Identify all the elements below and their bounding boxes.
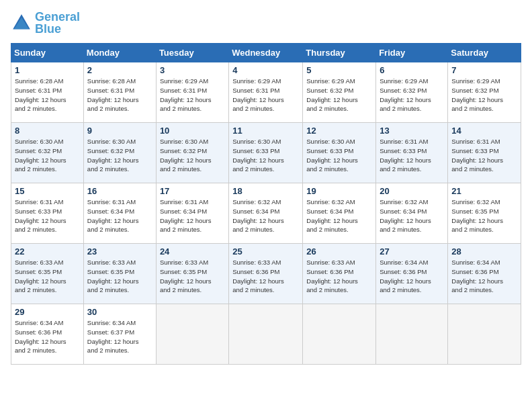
day-info: Sunrise: 6:29 AM Sunset: 6:31 PM Dayligh…: [160, 77, 225, 113]
day-number: 1: [15, 65, 80, 75]
calendar-cell: 22Sunrise: 6:33 AM Sunset: 6:35 PM Dayli…: [11, 244, 84, 304]
calendar-cell: 6Sunrise: 6:29 AM Sunset: 6:32 PM Daylig…: [376, 62, 448, 123]
logo-icon: [11, 12, 32, 34]
weekday-header-tuesday: Tuesday: [156, 44, 228, 62]
day-number: 27: [380, 246, 444, 257]
weekday-header-wednesday: Wednesday: [229, 44, 303, 62]
calendar-cell: 17Sunrise: 6:31 AM Sunset: 6:34 PM Dayli…: [156, 183, 228, 244]
day-number: 7: [451, 65, 517, 75]
day-info: Sunrise: 6:29 AM Sunset: 6:31 PM Dayligh…: [232, 77, 299, 113]
day-number: 28: [451, 246, 517, 257]
calendar-cell: 20Sunrise: 6:32 AM Sunset: 6:34 PM Dayli…: [376, 183, 448, 244]
day-number: 5: [306, 65, 372, 75]
day-info: Sunrise: 6:32 AM Sunset: 6:34 PM Dayligh…: [232, 197, 299, 234]
logo: General Blue: [11, 11, 80, 35]
calendar-cell: 30Sunrise: 6:34 AM Sunset: 6:37 PM Dayli…: [83, 304, 156, 365]
calendar-week-row: 1Sunrise: 6:28 AM Sunset: 6:31 PM Daylig…: [11, 62, 521, 123]
day-number: 17: [160, 186, 225, 196]
calendar-cell: 12Sunrise: 6:30 AM Sunset: 6:33 PM Dayli…: [303, 123, 376, 183]
day-number: 6: [380, 65, 444, 75]
day-number: 13: [380, 126, 444, 136]
day-info: Sunrise: 6:32 AM Sunset: 6:34 PM Dayligh…: [380, 197, 444, 234]
day-info: Sunrise: 6:29 AM Sunset: 6:32 PM Dayligh…: [451, 77, 517, 113]
weekday-header-friday: Friday: [376, 44, 448, 62]
day-info: Sunrise: 6:34 AM Sunset: 6:37 PM Dayligh…: [87, 318, 152, 355]
calendar-week-row: 15Sunrise: 6:31 AM Sunset: 6:33 PM Dayli…: [11, 183, 521, 244]
day-number: 15: [15, 186, 80, 196]
svg-marker-1: [14, 17, 29, 30]
day-number: 16: [87, 186, 152, 196]
weekday-header-saturday: Saturday: [448, 44, 521, 62]
day-info: Sunrise: 6:30 AM Sunset: 6:33 PM Dayligh…: [232, 137, 299, 174]
day-info: Sunrise: 6:29 AM Sunset: 6:32 PM Dayligh…: [306, 77, 372, 113]
calendar-cell: 7Sunrise: 6:29 AM Sunset: 6:32 PM Daylig…: [448, 62, 521, 123]
calendar-cell: [229, 304, 303, 365]
day-info: Sunrise: 6:31 AM Sunset: 6:33 PM Dayligh…: [380, 137, 444, 174]
day-info: Sunrise: 6:28 AM Sunset: 6:31 PM Dayligh…: [15, 77, 80, 113]
day-info: Sunrise: 6:31 AM Sunset: 6:34 PM Dayligh…: [160, 197, 225, 234]
calendar-cell: 13Sunrise: 6:31 AM Sunset: 6:33 PM Dayli…: [376, 123, 448, 183]
weekday-header-row: SundayMondayTuesdayWednesdayThursdayFrid…: [11, 44, 521, 62]
calendar-cell: 9Sunrise: 6:30 AM Sunset: 6:32 PM Daylig…: [83, 123, 156, 183]
day-number: 23: [87, 246, 152, 257]
weekday-header-thursday: Thursday: [303, 44, 376, 62]
day-number: 29: [15, 307, 80, 317]
calendar-cell: 2Sunrise: 6:28 AM Sunset: 6:31 PM Daylig…: [83, 62, 156, 123]
calendar-cell: 15Sunrise: 6:31 AM Sunset: 6:33 PM Dayli…: [11, 183, 84, 244]
day-number: 9: [87, 126, 152, 136]
day-info: Sunrise: 6:32 AM Sunset: 6:34 PM Dayligh…: [306, 197, 372, 234]
calendar-cell: [448, 304, 521, 365]
day-info: Sunrise: 6:34 AM Sunset: 6:36 PM Dayligh…: [15, 318, 80, 355]
day-number: 20: [380, 186, 444, 196]
day-number: 26: [306, 246, 372, 257]
calendar-cell: 25Sunrise: 6:33 AM Sunset: 6:36 PM Dayli…: [229, 244, 303, 304]
calendar-cell: [376, 304, 448, 365]
day-number: 4: [232, 65, 299, 75]
calendar-cell: 18Sunrise: 6:32 AM Sunset: 6:34 PM Dayli…: [229, 183, 303, 244]
day-number: 18: [232, 186, 299, 196]
day-number: 25: [232, 246, 299, 257]
calendar-cell: [303, 304, 376, 365]
day-number: 14: [451, 126, 517, 136]
day-info: Sunrise: 6:28 AM Sunset: 6:31 PM Dayligh…: [87, 77, 152, 113]
day-info: Sunrise: 6:33 AM Sunset: 6:35 PM Dayligh…: [160, 258, 225, 295]
calendar-week-row: 8Sunrise: 6:30 AM Sunset: 6:32 PM Daylig…: [11, 123, 521, 183]
calendar-cell: 1Sunrise: 6:28 AM Sunset: 6:31 PM Daylig…: [11, 62, 84, 123]
calendar-cell: 11Sunrise: 6:30 AM Sunset: 6:33 PM Dayli…: [229, 123, 303, 183]
calendar-week-row: 22Sunrise: 6:33 AM Sunset: 6:35 PM Dayli…: [11, 244, 521, 304]
day-info: Sunrise: 6:33 AM Sunset: 6:36 PM Dayligh…: [232, 258, 299, 295]
day-number: 2: [87, 65, 152, 75]
day-number: 3: [160, 65, 225, 75]
calendar-week-row: 29Sunrise: 6:34 AM Sunset: 6:36 PM Dayli…: [11, 304, 521, 365]
day-info: Sunrise: 6:31 AM Sunset: 6:33 PM Dayligh…: [451, 137, 517, 174]
day-info: Sunrise: 6:30 AM Sunset: 6:33 PM Dayligh…: [306, 137, 372, 174]
calendar-cell: 23Sunrise: 6:33 AM Sunset: 6:35 PM Dayli…: [83, 244, 156, 304]
calendar-table: SundayMondayTuesdayWednesdayThursdayFrid…: [11, 43, 521, 365]
calendar-body: 1Sunrise: 6:28 AM Sunset: 6:31 PM Daylig…: [11, 62, 521, 365]
day-info: Sunrise: 6:30 AM Sunset: 6:32 PM Dayligh…: [15, 137, 80, 174]
calendar-cell: 24Sunrise: 6:33 AM Sunset: 6:35 PM Dayli…: [156, 244, 228, 304]
day-info: Sunrise: 6:31 AM Sunset: 6:34 PM Dayligh…: [87, 197, 152, 234]
day-info: Sunrise: 6:30 AM Sunset: 6:32 PM Dayligh…: [87, 137, 152, 174]
calendar-cell: 27Sunrise: 6:34 AM Sunset: 6:36 PM Dayli…: [376, 244, 448, 304]
day-info: Sunrise: 6:33 AM Sunset: 6:36 PM Dayligh…: [306, 258, 372, 295]
calendar-cell: 29Sunrise: 6:34 AM Sunset: 6:36 PM Dayli…: [11, 304, 84, 365]
day-info: Sunrise: 6:34 AM Sunset: 6:36 PM Dayligh…: [380, 258, 444, 295]
calendar-cell: 3Sunrise: 6:29 AM Sunset: 6:31 PM Daylig…: [156, 62, 228, 123]
day-number: 19: [306, 186, 372, 196]
weekday-header-sunday: Sunday: [11, 44, 84, 62]
logo-text: General Blue: [35, 11, 80, 35]
day-info: Sunrise: 6:30 AM Sunset: 6:32 PM Dayligh…: [160, 137, 225, 174]
day-number: 8: [15, 126, 80, 136]
day-number: 11: [232, 126, 299, 136]
calendar-cell: 28Sunrise: 6:34 AM Sunset: 6:36 PM Dayli…: [448, 244, 521, 304]
calendar-cell: 14Sunrise: 6:31 AM Sunset: 6:33 PM Dayli…: [448, 123, 521, 183]
calendar-cell: 16Sunrise: 6:31 AM Sunset: 6:34 PM Dayli…: [83, 183, 156, 244]
calendar-cell: 21Sunrise: 6:32 AM Sunset: 6:35 PM Dayli…: [448, 183, 521, 244]
day-info: Sunrise: 6:31 AM Sunset: 6:33 PM Dayligh…: [15, 197, 80, 234]
weekday-header-monday: Monday: [83, 44, 156, 62]
calendar-cell: 8Sunrise: 6:30 AM Sunset: 6:32 PM Daylig…: [11, 123, 84, 183]
day-info: Sunrise: 6:32 AM Sunset: 6:35 PM Dayligh…: [451, 197, 517, 234]
calendar-cell: 10Sunrise: 6:30 AM Sunset: 6:32 PM Dayli…: [156, 123, 228, 183]
day-number: 12: [306, 126, 372, 136]
